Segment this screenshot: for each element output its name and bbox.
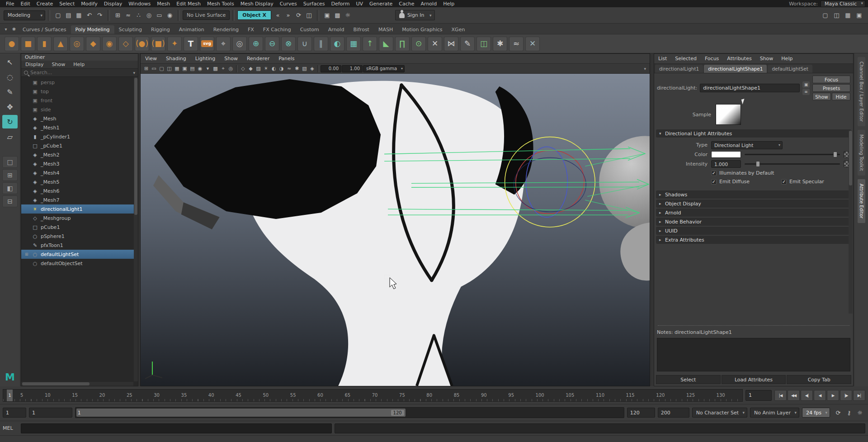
- ui-toggle-single-pane-icon[interactable]: ▢: [820, 10, 830, 20]
- menu-item[interactable]: Mesh: [154, 0, 173, 7]
- type-tool-icon[interactable]: T: [184, 37, 198, 51]
- color-slider[interactable]: [745, 154, 840, 155]
- collapsed-section-header[interactable]: Shadows: [656, 190, 851, 199]
- poly-disc-icon[interactable]: ◉: [102, 37, 117, 51]
- 2d-pan-zoom-icon[interactable]: ⌖: [219, 65, 227, 73]
- menu-item[interactable]: Select: [56, 0, 78, 7]
- safe-action-icon[interactable]: ▣: [181, 65, 189, 73]
- outliner-item[interactable]: persp: [21, 78, 138, 87]
- viewport-menu-item[interactable]: Lighting: [191, 56, 220, 62]
- focus-button[interactable]: Focus: [812, 76, 850, 83]
- show-button[interactable]: Show: [812, 93, 831, 100]
- outliner-item[interactable]: _pCylinder1: [21, 132, 138, 141]
- current-frame-field[interactable]: [745, 390, 772, 401]
- menu-item[interactable]: Edit: [17, 0, 33, 7]
- menuset-selector[interactable]: Modeling: [4, 10, 45, 20]
- paint-select-tool[interactable]: ✎: [2, 85, 18, 99]
- outliner-item[interactable]: _Mesh4: [21, 168, 138, 177]
- go-to-start-button[interactable]: |◀: [774, 390, 787, 401]
- move-tool[interactable]: ✥: [2, 100, 18, 114]
- sample-swatch[interactable]: [716, 104, 741, 125]
- separate-icon[interactable]: ∥: [314, 37, 328, 51]
- bevel-icon[interactable]: ◣: [379, 37, 393, 51]
- shelf-menu-icon[interactable]: ▾: [2, 25, 9, 33]
- bridge-icon[interactable]: ∏: [395, 37, 410, 51]
- command-result-field[interactable]: [335, 423, 865, 433]
- menu-item[interactable]: Help: [440, 0, 458, 7]
- scrollbar-thumb[interactable]: [22, 382, 90, 385]
- range-end-handle[interactable]: 120: [391, 410, 404, 416]
- attribute-editor-tab[interactable]: directionalLightShape1: [704, 65, 767, 73]
- live-surface-field[interactable]: No Live Surface: [183, 10, 230, 20]
- menu-item[interactable]: Display: [101, 0, 126, 7]
- outliner-item[interactable]: pSphere1: [21, 232, 138, 241]
- outliner-item[interactable]: pfxToon1: [21, 241, 138, 250]
- menu-item[interactable]: Windows: [125, 0, 154, 7]
- svg-tool-icon[interactable]: svg: [200, 37, 214, 51]
- attribute-editor-menu-item[interactable]: Attributes: [723, 56, 755, 62]
- attribute-editor-menu-item[interactable]: List: [654, 56, 671, 62]
- outliner-item[interactable]: front: [21, 96, 138, 105]
- menu-item[interactable]: Curves: [277, 0, 300, 7]
- shelf-tab[interactable]: Animation: [175, 25, 209, 34]
- outliner-item[interactable]: defaultObjectSet: [21, 259, 138, 268]
- footer-button[interactable]: Select: [656, 375, 721, 384]
- camera-attributes-icon[interactable]: ◉: [196, 65, 204, 73]
- save-scene-icon[interactable]: ▦: [74, 10, 84, 20]
- undo-icon[interactable]: ↶: [84, 10, 94, 20]
- step-back-frame-button[interactable]: ◀|: [801, 390, 813, 401]
- layout-four-pane-button[interactable]: ⊞: [2, 169, 18, 181]
- collapsed-section-header[interactable]: Object Display: [656, 200, 851, 208]
- outliner-item[interactable]: _Mesh1: [21, 123, 138, 132]
- viewport-menu-item[interactable]: Shading: [161, 56, 191, 62]
- bookmarks-icon[interactable]: ▾: [204, 65, 212, 73]
- slider-handle[interactable]: [833, 152, 837, 157]
- subdivide-icon[interactable]: ▦: [346, 37, 361, 51]
- outliner-item[interactable]: pCube1: [21, 223, 138, 232]
- viewport-menu-item[interactable]: Renderer: [242, 56, 274, 62]
- poly-sphere-icon[interactable]: ●: [5, 37, 19, 51]
- outliner-item[interactable]: _Mesh5: [21, 177, 138, 186]
- use-all-lights-icon[interactable]: ☀: [262, 65, 270, 73]
- viewport-menu-item[interactable]: Show: [220, 56, 242, 62]
- menu-item[interactable]: Modify: [78, 0, 100, 7]
- oversampling-icon[interactable]: ◎: [227, 65, 235, 73]
- play-forward-button[interactable]: ▶: [827, 390, 839, 401]
- emit-specular-checkbox[interactable]: [781, 179, 787, 185]
- image-plane-icon[interactable]: ▩: [212, 65, 219, 73]
- shelf-gear-icon[interactable]: ✱: [10, 25, 18, 33]
- sculpt-tool-icon[interactable]: ✱: [493, 37, 507, 51]
- playback-start-field[interactable]: [29, 408, 72, 418]
- outliner-menu-item[interactable]: Show: [48, 61, 70, 68]
- shelf-tab[interactable]: Bifrost: [349, 25, 374, 34]
- attribute-editor-tab[interactable]: defaultLightSet: [768, 65, 812, 73]
- menu-item[interactable]: Surfaces: [300, 0, 328, 7]
- shelf-tab[interactable]: XGen: [447, 25, 470, 34]
- ui-toggle-panels-icon[interactable]: ◫: [831, 10, 842, 20]
- notes-field[interactable]: [657, 338, 850, 371]
- gamma-field[interactable]: 1.00: [342, 65, 363, 72]
- resolution-gate-icon[interactable]: ▢: [158, 65, 165, 73]
- playback-range-bar[interactable]: 1 120: [76, 409, 406, 417]
- collapsed-section-header[interactable]: Node Behavior: [656, 218, 851, 226]
- outliner-item[interactable]: side: [21, 105, 138, 114]
- time-slider[interactable]: 1 51015202530354045505560657075808590951…: [3, 389, 743, 402]
- shelf-tab[interactable]: Custom: [296, 25, 324, 34]
- outliner-item[interactable]: ⊞ defaultLightSet: [21, 250, 138, 259]
- attribute-editor-tab[interactable]: directionalLight1: [655, 65, 703, 73]
- selection-mask-field[interactable]: Object X: [237, 10, 271, 20]
- grid-icon[interactable]: ⊞: [142, 65, 150, 73]
- construction-history-icon[interactable]: ⟳: [293, 10, 304, 20]
- extrude-icon[interactable]: ↑: [363, 37, 377, 51]
- smooth-sculpt-icon[interactable]: ≈: [509, 37, 524, 51]
- render-current-frame-icon[interactable]: ▣: [322, 10, 332, 20]
- presets-button[interactable]: Presets: [812, 84, 850, 92]
- platonic-solid-icon[interactable]: ◇: [118, 37, 133, 51]
- step-forward-frame-button[interactable]: |▶: [840, 390, 852, 401]
- outliner-item[interactable]: _Mesh7: [21, 195, 138, 204]
- new-scene-icon[interactable]: ▢: [53, 10, 63, 20]
- collapsed-section-header[interactable]: Arnold: [656, 209, 851, 217]
- target-weld-icon[interactable]: ⋈: [444, 37, 458, 51]
- exposure-field[interactable]: 0.00: [321, 65, 341, 72]
- film-gate-icon[interactable]: ▭: [150, 65, 158, 73]
